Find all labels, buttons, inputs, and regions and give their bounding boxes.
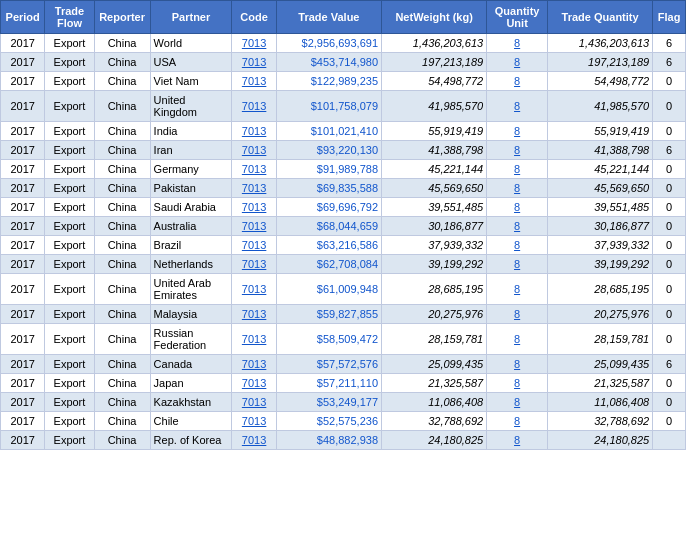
cell-period: 2017 <box>1 324 45 355</box>
cell-reporter: China <box>94 160 150 179</box>
cell-code: 7013 <box>232 141 276 160</box>
cell-quantityunit: 8 <box>487 198 548 217</box>
cell-quantityunit: 8 <box>487 374 548 393</box>
cell-reporter: China <box>94 236 150 255</box>
cell-tradevalue: $453,714,980 <box>276 53 381 72</box>
cell-period: 2017 <box>1 412 45 431</box>
cell-period: 2017 <box>1 122 45 141</box>
cell-netweight: 41,985,570 <box>382 91 487 122</box>
cell-quantityunit: 8 <box>487 160 548 179</box>
cell-tradeflow: Export <box>45 355 94 374</box>
cell-tradeflow: Export <box>45 91 94 122</box>
cell-tradevalue: $59,827,855 <box>276 305 381 324</box>
cell-reporter: China <box>94 374 150 393</box>
cell-partner: Netherlands <box>150 255 232 274</box>
cell-tradeflow: Export <box>45 255 94 274</box>
cell-netweight: 45,569,650 <box>382 179 487 198</box>
header-tradequantity: Trade Quantity <box>548 1 653 34</box>
cell-tradevalue: $101,021,410 <box>276 122 381 141</box>
cell-netweight: 39,199,292 <box>382 255 487 274</box>
table-row: 2017ExportChinaUnited Kingdom7013$101,75… <box>1 91 686 122</box>
table-row: 2017ExportChinaAustralia7013$68,044,6593… <box>1 217 686 236</box>
cell-flag: 0 <box>653 274 686 305</box>
table-row: 2017ExportChinaUnited Arab Emirates7013$… <box>1 274 686 305</box>
cell-tradeflow: Export <box>45 53 94 72</box>
cell-period: 2017 <box>1 431 45 450</box>
cell-tradequantity: 28,159,781 <box>548 324 653 355</box>
cell-code: 7013 <box>232 34 276 53</box>
cell-netweight: 1,436,203,613 <box>382 34 487 53</box>
cell-period: 2017 <box>1 198 45 217</box>
cell-tradeflow: Export <box>45 324 94 355</box>
cell-reporter: China <box>94 274 150 305</box>
cell-flag: 0 <box>653 217 686 236</box>
cell-tradeflow: Export <box>45 179 94 198</box>
cell-flag: 0 <box>653 198 686 217</box>
cell-quantityunit: 8 <box>487 34 548 53</box>
cell-period: 2017 <box>1 305 45 324</box>
cell-netweight: 55,919,419 <box>382 122 487 141</box>
cell-reporter: China <box>94 393 150 412</box>
cell-reporter: China <box>94 72 150 91</box>
cell-tradequantity: 54,498,772 <box>548 72 653 91</box>
table-row: 2017ExportChinaIndia7013$101,021,41055,9… <box>1 122 686 141</box>
cell-tradeflow: Export <box>45 34 94 53</box>
cell-netweight: 37,939,332 <box>382 236 487 255</box>
cell-tradequantity: 39,551,485 <box>548 198 653 217</box>
cell-tradevalue: $62,708,084 <box>276 255 381 274</box>
cell-flag: 6 <box>653 355 686 374</box>
cell-tradeflow: Export <box>45 274 94 305</box>
cell-tradevalue: $53,249,177 <box>276 393 381 412</box>
cell-reporter: China <box>94 122 150 141</box>
cell-netweight: 11,086,408 <box>382 393 487 412</box>
cell-code: 7013 <box>232 355 276 374</box>
cell-tradevalue: $58,509,472 <box>276 324 381 355</box>
cell-tradevalue: $122,989,235 <box>276 72 381 91</box>
trade-data-table: Period Trade Flow Reporter Partner Code … <box>0 0 686 450</box>
cell-flag <box>653 431 686 450</box>
cell-tradeflow: Export <box>45 217 94 236</box>
cell-quantityunit: 8 <box>487 53 548 72</box>
cell-code: 7013 <box>232 274 276 305</box>
header-period: Period <box>1 1 45 34</box>
table-row: 2017ExportChinaRep. of Korea7013$48,882,… <box>1 431 686 450</box>
cell-flag: 6 <box>653 53 686 72</box>
cell-netweight: 28,159,781 <box>382 324 487 355</box>
cell-tradequantity: 41,985,570 <box>548 91 653 122</box>
header-partner: Partner <box>150 1 232 34</box>
cell-reporter: China <box>94 179 150 198</box>
table-row: 2017ExportChinaChile7013$52,575,23632,78… <box>1 412 686 431</box>
cell-netweight: 25,099,435 <box>382 355 487 374</box>
table-row: 2017ExportChinaIran7013$93,220,13041,388… <box>1 141 686 160</box>
cell-tradeflow: Export <box>45 198 94 217</box>
cell-netweight: 32,788,692 <box>382 412 487 431</box>
cell-tradequantity: 24,180,825 <box>548 431 653 450</box>
cell-code: 7013 <box>232 324 276 355</box>
header-tradeflow: Trade Flow <box>45 1 94 34</box>
cell-reporter: China <box>94 324 150 355</box>
cell-partner: Malaysia <box>150 305 232 324</box>
cell-tradequantity: 45,569,650 <box>548 179 653 198</box>
header-quantityunit: Quantity Unit <box>487 1 548 34</box>
cell-code: 7013 <box>232 179 276 198</box>
cell-tradeflow: Export <box>45 72 94 91</box>
cell-reporter: China <box>94 305 150 324</box>
cell-code: 7013 <box>232 72 276 91</box>
cell-quantityunit: 8 <box>487 431 548 450</box>
cell-reporter: China <box>94 412 150 431</box>
table-row: 2017ExportChinaRussian Federation7013$58… <box>1 324 686 355</box>
table-row: 2017ExportChinaPakistan7013$69,835,58845… <box>1 179 686 198</box>
cell-flag: 0 <box>653 72 686 91</box>
cell-quantityunit: 8 <box>487 217 548 236</box>
cell-partner: United Arab Emirates <box>150 274 232 305</box>
table-row: 2017ExportChinaGermany7013$91,989,78845,… <box>1 160 686 179</box>
cell-netweight: 45,221,144 <box>382 160 487 179</box>
cell-partner: Saudi Arabia <box>150 198 232 217</box>
cell-quantityunit: 8 <box>487 141 548 160</box>
cell-partner: Brazil <box>150 236 232 255</box>
cell-tradeflow: Export <box>45 374 94 393</box>
header-netweight: NetWeight (kg) <box>382 1 487 34</box>
cell-partner: Pakistan <box>150 179 232 198</box>
cell-tradequantity: 25,099,435 <box>548 355 653 374</box>
cell-netweight: 41,388,798 <box>382 141 487 160</box>
